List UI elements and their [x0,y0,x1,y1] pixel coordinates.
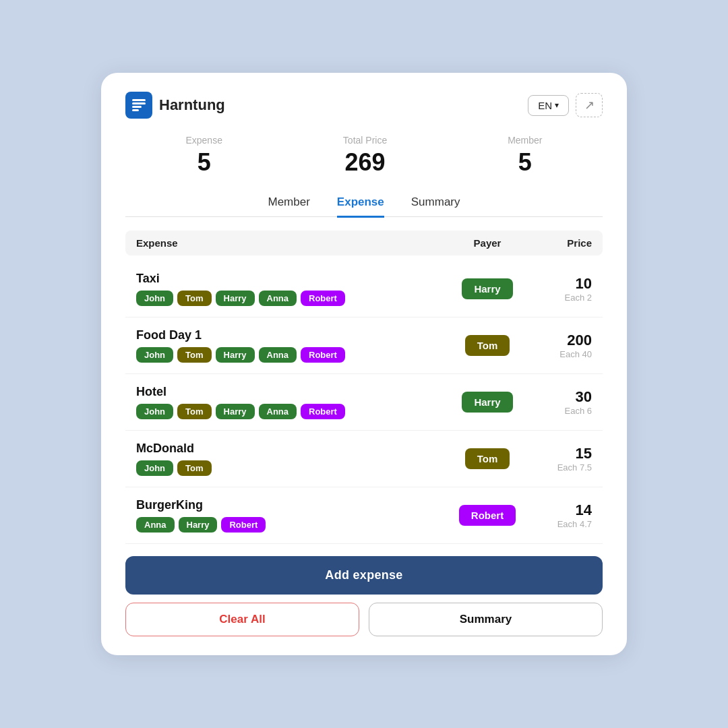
table-row[interactable]: Taxi JohnTomHarryAnnaRobert Harry 10 Eac… [125,261,603,317]
price-main: 10 [531,275,592,293]
action-buttons: Add expense Clear All Summary [125,556,603,636]
table-row[interactable]: Food Day 1 JohnTomHarryAnnaRobert Tom 20… [125,317,603,374]
expense-name: Hotel [136,385,444,399]
payer-badge: Tom [444,335,531,356]
price-each: Each 6 [531,406,592,416]
price-each: Each 4.7 [531,519,592,529]
payer-badge: Harry [444,278,531,299]
member-label: Member [508,135,542,146]
main-card: Harntung EN ▾ ↗ Expense 5 Total Price 26… [101,73,627,655]
member-tag: Tom [177,404,211,419]
expense-info: Taxi JohnTomHarryAnnaRobert [136,272,444,306]
table-header: Expense Payer Price [125,231,603,255]
expense-name: Food Day 1 [136,328,444,342]
total-price-value: 269 [343,148,387,177]
member-tags: JohnTom [136,460,444,476]
header: Harntung EN ▾ ↗ [125,92,603,119]
expense-name: McDonald [136,442,444,456]
member-tag: Tom [177,460,211,476]
share-button[interactable]: ↗ [576,93,603,117]
stat-expense: Expense 5 [185,135,222,177]
stat-total-price: Total Price 269 [343,135,387,177]
language-button[interactable]: EN ▾ [528,95,569,116]
member-tags: JohnTomHarryAnnaRobert [136,291,444,306]
payer-tag: Harry [462,392,512,413]
price-column: 200 Each 40 [531,332,592,359]
member-tag: Harry [216,404,255,419]
price-main: 30 [531,388,592,406]
col-payer-header: Payer [444,237,531,249]
tab-expense[interactable]: Expense [337,195,384,218]
price-each: Each 7.5 [531,462,592,473]
bottom-row: Clear All Summary [125,603,603,636]
price-column: 14 Each 4.7 [531,502,592,529]
expense-value: 5 [185,148,222,177]
expense-name: BurgerKing [136,498,444,512]
price-main: 14 [531,502,592,519]
tabs: Member Expense Summary [125,195,603,217]
member-tag: John [136,291,173,306]
app-logo-icon [125,92,152,119]
member-tag: Robert [301,404,345,419]
member-tag: John [136,460,173,476]
svg-rect-0 [132,99,146,101]
member-tag: Anna [136,517,175,533]
payer-badge: Robert [444,505,531,526]
price-each: Each 40 [531,349,592,359]
expense-label: Expense [185,135,222,146]
payer-tag: Robert [459,505,516,526]
chevron-down-icon: ▾ [555,100,559,110]
member-tag: Harry [216,291,255,306]
member-tag: Harry [179,517,218,533]
payer-tag: Tom [465,448,510,469]
expense-info: BurgerKing AnnaHarryRobert [136,498,444,533]
payer-tag: Tom [465,335,510,356]
summary-button[interactable]: Summary [369,603,603,636]
payer-badge: Tom [444,448,531,469]
expense-info: Hotel JohnTomHarryAnnaRobert [136,385,444,419]
col-expense-header: Expense [136,237,444,249]
tab-member[interactable]: Member [268,195,309,218]
svg-rect-3 [132,109,139,111]
member-tag: John [136,347,173,363]
member-tag: Anna [259,404,297,419]
svg-rect-1 [132,102,146,104]
price-main: 15 [531,445,592,462]
stat-member: Member 5 [508,135,542,177]
member-tag: Robert [301,347,345,363]
member-tag: Harry [216,347,255,363]
expense-name: Taxi [136,272,444,286]
total-price-label: Total Price [343,135,387,146]
expense-info: McDonald JohnTom [136,442,444,476]
member-tags: JohnTomHarryAnnaRobert [136,404,444,419]
add-expense-button[interactable]: Add expense [125,556,603,595]
svg-rect-2 [132,106,142,108]
clear-all-button[interactable]: Clear All [125,603,359,636]
table-row[interactable]: BurgerKing AnnaHarryRobert Robert 14 Eac… [125,487,603,544]
price-column: 15 Each 7.5 [531,445,592,473]
member-tag: Anna [259,347,297,363]
member-tags: JohnTomHarryAnnaRobert [136,347,444,363]
member-tag: Tom [177,347,211,363]
logo-area: Harntung [125,92,225,119]
payer-tag: Harry [462,278,512,299]
expense-list: Taxi JohnTomHarryAnnaRobert Harry 10 Eac… [125,261,603,544]
member-tag: Robert [301,291,345,306]
app-title: Harntung [159,96,225,114]
member-value: 5 [508,148,542,177]
lang-label: EN [538,100,552,111]
member-tags: AnnaHarryRobert [136,517,444,533]
table-row[interactable]: Hotel JohnTomHarryAnnaRobert Harry 30 Ea… [125,374,603,431]
price-column: 30 Each 6 [531,388,592,416]
tab-summary[interactable]: Summary [411,195,460,218]
price-each: Each 2 [531,293,592,303]
share-icon: ↗ [584,98,595,113]
payer-badge: Harry [444,392,531,413]
member-tag: Robert [221,517,266,533]
price-column: 10 Each 2 [531,275,592,303]
stats-section: Expense 5 Total Price 269 Member 5 [125,135,603,177]
table-row[interactable]: McDonald JohnTom Tom 15 Each 7.5 [125,431,603,487]
price-main: 200 [531,332,592,349]
header-right: EN ▾ ↗ [528,93,603,117]
member-tag: John [136,404,173,419]
